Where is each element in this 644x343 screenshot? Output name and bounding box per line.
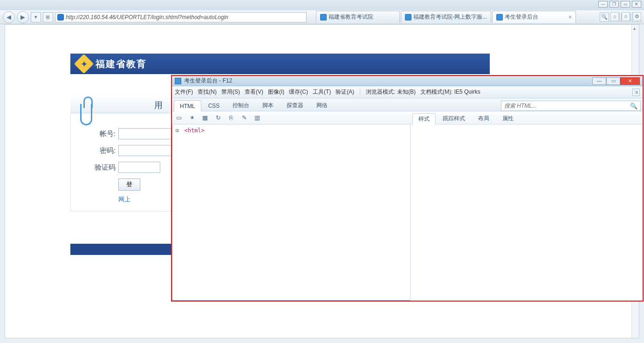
dom-node[interactable]: ⊞ <html> [176, 127, 406, 134]
tab-label: 福建省教育考试院 [329, 13, 373, 21]
dom-tag: <html> [184, 127, 204, 134]
dropdown-button[interactable]: ▾ [31, 12, 41, 22]
password-label: 密码: [75, 146, 116, 155]
menu-validate[interactable]: 验证(A) [336, 88, 354, 96]
dom-tree[interactable]: ⊞ <html> [172, 124, 411, 301]
os-window-controls: — ❐ ▭ ✕ [598, 1, 641, 7]
select-element-icon[interactable]: ▭ [175, 114, 183, 122]
site-header: ✦ 福建省教育 [70, 54, 490, 74]
clear-cache-icon[interactable]: ✶ [188, 114, 196, 122]
tab-favicon-icon [496, 14, 503, 21]
devtools-min-button[interactable]: — [592, 77, 606, 85]
side-tab-trace-styles[interactable]: 跟踪样式 [437, 113, 471, 124]
address-bar[interactable] [55, 12, 307, 22]
account-label: 帐号: [75, 130, 116, 138]
menu-find[interactable]: 查找(N) [198, 88, 217, 96]
document-mode-label[interactable]: 文档模式(M): IE5 Quirks [420, 88, 480, 96]
menu-file[interactable]: 文件(F) [175, 88, 193, 96]
menu-images[interactable]: 图像(I) [268, 88, 284, 96]
devtools-search[interactable]: 🔍 [501, 101, 641, 111]
devtools-title: 考生登录后台 - F12 [184, 77, 232, 85]
devtools-titlebar[interactable]: 考生登录后台 - F12 — ▭ ✕ [172, 76, 643, 86]
site-title: 福建省教育 [96, 58, 147, 70]
os-max-button[interactable]: ▭ [621, 1, 630, 7]
devtools-window-controls: — ▭ ✕ [592, 77, 640, 85]
menu-separator [360, 88, 360, 96]
devtools-side-panel: 样式 跟踪样式 布局 属性 [411, 111, 643, 301]
tab-close-icon[interactable]: × [569, 14, 572, 21]
login-button[interactable]: 登 [118, 178, 140, 191]
tab-html[interactable]: HTML [174, 100, 201, 111]
url-input[interactable] [66, 14, 304, 21]
tab-profiler[interactable]: 探查器 [281, 100, 309, 111]
os-restore-button[interactable]: ❐ [610, 1, 619, 7]
compat-button[interactable]: ⛨ [43, 12, 53, 22]
devtools-app-icon [175, 78, 181, 84]
favorites-icon[interactable]: ☆ [622, 12, 630, 21]
menu-view[interactable]: 查看(V) [245, 88, 263, 96]
os-min-button[interactable]: — [598, 1, 608, 7]
browser-corner-controls: ⌂ ☆ ⚙ [610, 12, 641, 21]
tab-console[interactable]: 控制台 [226, 100, 255, 111]
browser-mode-label[interactable]: 浏览器模式: 未知(B) [366, 88, 416, 96]
side-tab-attributes[interactable]: 属性 [496, 113, 520, 124]
browser-tab-active[interactable]: 考生登录后台 × [492, 11, 576, 23]
os-titlebar: — ❐ ▭ ✕ [0, 0, 644, 10]
tab-favicon-icon [405, 14, 411, 21]
side-tab-styles[interactable]: 样式 [412, 113, 436, 124]
site-logo-icon: ✦ [74, 54, 94, 74]
side-tab-layout[interactable]: 布局 [472, 113, 495, 124]
home-icon[interactable]: ⌂ [610, 12, 619, 21]
browser-tab[interactable]: 福建教育考试院-网上数字服... [401, 11, 491, 23]
refresh-dom-icon[interactable]: ↻ [214, 114, 222, 122]
search-icon[interactable]: 🔍 [630, 103, 637, 110]
search-icon[interactable]: 🔍 [600, 13, 609, 22]
devtools-body: ▭ ✶ ▦ ↻ ⎘ ✎ ▥ ⊞ <html> 样式 [172, 111, 643, 301]
ie-favicon-icon [57, 14, 64, 21]
menu-disable[interactable]: 禁用(S) [221, 88, 240, 96]
tab-css[interactable]: CSS [202, 100, 226, 111]
captcha-input[interactable] [118, 162, 160, 173]
pin-icon[interactable]: ⇲ [632, 89, 640, 96]
browser-tab[interactable]: 福建省教育考试院 [316, 11, 400, 23]
page-viewport: ✦ 福建省教育 用 帐号: 密码: 验证码 登 网上 [5, 24, 639, 338]
tab-label: 福建教育考试院-网上数字服... [413, 13, 487, 21]
tab-favicon-icon [320, 14, 327, 21]
edit-icon[interactable]: ✎ [240, 114, 248, 122]
captcha-label: 验证码 [75, 163, 116, 172]
menu-tools[interactable]: 工具(T) [313, 88, 331, 96]
tab-network[interactable]: 网络 [310, 100, 334, 111]
tab-label: 考生登录后台 [505, 13, 538, 21]
browser-tabstrip: 福建省教育考试院 福建教育考试院-网上数字服... 考生登录后台 × [316, 11, 576, 24]
devtools-close-button[interactable]: ✕ [620, 77, 640, 85]
devtools-search-input[interactable] [504, 103, 630, 109]
menu-cache[interactable]: 缓存(C) [289, 88, 308, 96]
devtools-max-button[interactable]: ▭ [606, 77, 620, 85]
styles-panel-body[interactable] [411, 124, 643, 301]
os-close-button[interactable]: ✕ [632, 1, 641, 7]
back-button[interactable]: ◀ [3, 11, 15, 23]
tools-icon[interactable]: ⚙ [633, 12, 641, 21]
devtools-menubar: 文件(F) 查找(N) 禁用(S) 查看(V) 图像(I) 缓存(C) 工具(T… [172, 86, 643, 98]
outline-icon[interactable]: ▥ [253, 114, 261, 122]
expand-icon[interactable]: ⊞ [176, 127, 179, 134]
devtools-dom-toolbar: ▭ ✶ ▦ ↻ ⎘ ✎ ▥ [172, 111, 411, 124]
tab-script[interactable]: 脚本 [256, 100, 280, 111]
paperclip-icon [80, 104, 92, 125]
devtools-window: 考生登录后台 - F12 — ▭ ✕ 文件(F) 查找(N) 禁用(S) 查看(… [171, 75, 644, 302]
forward-button[interactable]: ▶ [17, 11, 29, 23]
save-icon[interactable]: ▦ [201, 114, 209, 122]
word-wrap-icon[interactable]: ⎘ [227, 114, 235, 122]
devtools-main-tabs: HTML CSS 控制台 脚本 探查器 网络 🔍 [172, 98, 643, 111]
devtools-side-tabs: 样式 跟踪样式 布局 属性 [411, 111, 643, 124]
